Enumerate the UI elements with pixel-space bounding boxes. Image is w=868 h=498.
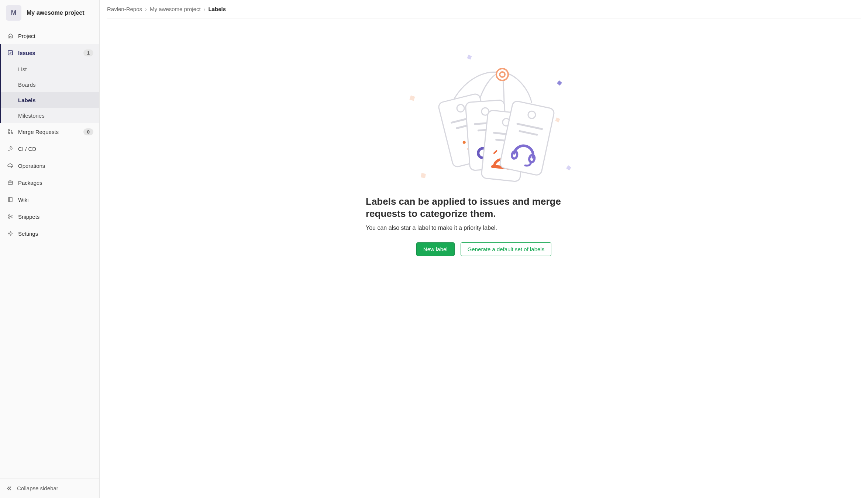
breadcrumb: Ravlen-Repos › My awesome project › Labe… xyxy=(107,6,861,18)
sidebar-item-label: Wiki xyxy=(18,197,28,203)
sidebar-item-merge-requests[interactable]: Merge Requests 0 xyxy=(0,123,99,140)
svg-rect-11 xyxy=(409,95,415,101)
svg-rect-14 xyxy=(566,165,571,170)
sidebar-item-label: Packages xyxy=(18,180,42,186)
scissors-icon xyxy=(7,213,14,220)
sidebar-header: M My awesome project xyxy=(0,0,99,27)
empty-state-actions: New label Generate a default set of labe… xyxy=(366,242,602,256)
svg-rect-15 xyxy=(555,117,560,122)
svg-point-3 xyxy=(8,132,10,134)
labels-illustration xyxy=(366,44,602,181)
sidebar-sub-item-boards[interactable]: Boards xyxy=(1,77,99,92)
issues-icon xyxy=(7,49,14,56)
sidebar-sub-item-milestones[interactable]: Milestones xyxy=(1,108,99,123)
chevron-right-icon: › xyxy=(145,6,147,12)
sidebar-item-snippets[interactable]: Snippets xyxy=(0,208,99,225)
breadcrumb-item-current: Labels xyxy=(209,6,226,12)
svg-point-1 xyxy=(8,129,10,131)
sidebar-sub-label: Milestones xyxy=(18,113,45,119)
sidebar-sub-label: Boards xyxy=(18,82,36,88)
svg-point-2 xyxy=(11,132,13,134)
badge-mr-count: 0 xyxy=(83,128,93,135)
svg-rect-12 xyxy=(557,80,562,86)
empty-state-subtitle: You can also star a label to make it a p… xyxy=(366,225,602,231)
sidebar-item-label: Issues xyxy=(18,50,35,56)
sidebar-item-label: Project xyxy=(18,33,35,39)
svg-point-9 xyxy=(10,233,11,234)
new-label-button[interactable]: New label xyxy=(416,242,455,256)
sidebar-item-project[interactable]: Project xyxy=(0,27,99,44)
sidebar-item-issues[interactable]: Issues 1 xyxy=(0,44,99,61)
chevron-double-left-icon xyxy=(6,485,13,492)
sidebar-sub-group-issues: List Boards Labels Milestones xyxy=(0,61,99,123)
home-icon xyxy=(7,32,14,39)
breadcrumb-item-group[interactable]: Ravlen-Repos xyxy=(107,6,142,12)
sidebar-item-operations[interactable]: Operations xyxy=(0,157,99,174)
svg-point-17 xyxy=(500,72,505,77)
sidebar-item-packages[interactable]: Packages xyxy=(0,174,99,191)
collapse-sidebar-button[interactable]: Collapse sidebar xyxy=(0,478,99,498)
empty-state-title: Labels can be applied to issues and merg… xyxy=(366,196,602,219)
project-avatar: M xyxy=(6,5,21,21)
svg-rect-10 xyxy=(467,55,472,59)
sidebar-item-label: CI / CD xyxy=(18,146,36,152)
badge-issues-count: 1 xyxy=(83,49,93,56)
sidebar-sub-label: List xyxy=(18,66,27,72)
sidebar-item-settings[interactable]: Settings xyxy=(0,225,99,242)
sidebar: M My awesome project Project Issues 1 Li… xyxy=(0,0,100,498)
sidebar-item-wiki[interactable]: Wiki xyxy=(0,191,99,208)
merge-request-icon xyxy=(7,128,14,135)
sidebar-item-cicd[interactable]: CI / CD xyxy=(0,140,99,157)
sidebar-item-label: Merge Requests xyxy=(18,129,59,135)
sidebar-sub-item-labels[interactable]: Labels xyxy=(1,92,99,108)
package-icon xyxy=(7,179,14,186)
collapse-sidebar-label: Collapse sidebar xyxy=(17,485,58,491)
svg-point-8 xyxy=(8,215,10,216)
main-content: Ravlen-Repos › My awesome project › Labe… xyxy=(100,0,868,498)
gear-icon xyxy=(7,230,14,237)
cloud-gear-icon xyxy=(7,162,14,169)
svg-rect-6 xyxy=(8,197,12,202)
svg-point-4 xyxy=(11,167,12,168)
chevron-right-icon: › xyxy=(204,6,206,12)
sidebar-nav: Project Issues 1 List Boards Labels Mile… xyxy=(0,27,99,478)
book-icon xyxy=(7,196,14,203)
generate-default-labels-button[interactable]: Generate a default set of labels xyxy=(461,242,551,256)
breadcrumb-item-project[interactable]: My awesome project xyxy=(150,6,201,12)
sidebar-item-label: Operations xyxy=(18,163,45,169)
sidebar-sub-label: Labels xyxy=(18,97,36,103)
svg-point-7 xyxy=(8,217,10,218)
project-title[interactable]: My awesome project xyxy=(27,10,85,16)
sidebar-sub-item-list[interactable]: List xyxy=(1,61,99,77)
svg-rect-13 xyxy=(421,173,426,178)
sidebar-item-label: Snippets xyxy=(18,214,39,220)
empty-state: Labels can be applied to issues and merg… xyxy=(366,44,602,256)
rocket-icon xyxy=(7,145,14,152)
sidebar-item-label: Settings xyxy=(18,231,38,237)
svg-rect-5 xyxy=(8,181,13,184)
